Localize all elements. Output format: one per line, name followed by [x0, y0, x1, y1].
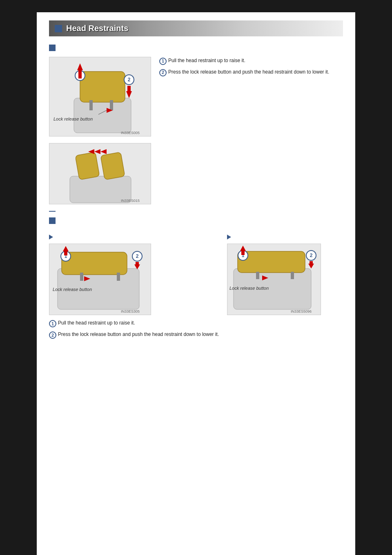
header-icon	[55, 25, 62, 32]
rear-left-col: 1 2 Lock release button	[49, 234, 219, 342]
front-circle2-item: 2 Press the lock release button and push…	[159, 68, 343, 76]
svg-rect-18	[100, 152, 125, 180]
svg-marker-29	[63, 246, 69, 251]
front-circle1-item: 1 Pull the head restraint up to raise it…	[159, 57, 343, 65]
svg-text:2: 2	[310, 253, 313, 258]
svg-marker-20	[94, 149, 100, 154]
rear-left-subsection	[49, 234, 219, 241]
arrow-right-icon-left	[49, 235, 53, 239]
svg-text:2: 2	[136, 253, 139, 259]
svg-text:IN33ES015: IN33ES015	[121, 199, 140, 203]
page-title: Head Restraints	[66, 24, 128, 33]
rear-circle1-num: 1	[49, 320, 56, 327]
tilt-diagram: IN33ES015	[49, 143, 151, 204]
rear-circle1-item: 1 Pull the head restraint up to raise it…	[49, 319, 219, 327]
rear-right-col: 1 2 Lock release button	[227, 234, 321, 342]
svg-rect-30	[64, 251, 67, 255]
svg-rect-1	[80, 72, 125, 102]
svg-rect-26	[117, 273, 120, 281]
front-seat-text: 1 Pull the head restraint up to raise it…	[159, 57, 343, 137]
svg-rect-25	[80, 273, 83, 281]
svg-rect-45	[241, 251, 245, 255]
svg-text:Lock release button: Lock release button	[53, 287, 92, 292]
svg-rect-7	[78, 70, 82, 78]
rear-right-svg: 1 2 Lock release button	[227, 244, 321, 315]
page-container: Head Restraints 1	[37, 12, 355, 555]
rear-seat-section: 1 2 Lock release button	[49, 217, 343, 342]
svg-marker-49	[308, 264, 314, 269]
rear-diagram3: 1 2 Lock release button	[49, 244, 151, 315]
svg-marker-21	[100, 149, 107, 154]
svg-text:IN33ES305: IN33ES305	[121, 309, 140, 313]
svg-text:IN33ES005: IN33ES005	[121, 131, 140, 135]
circle2-num: 2	[159, 69, 167, 76]
svg-rect-40	[256, 272, 259, 279]
tilt-svg: IN33ES015	[49, 143, 151, 204]
svg-text:IN33ES5096: IN33ES5096	[291, 309, 312, 313]
svg-marker-44	[240, 246, 246, 251]
svg-text:Lock release button: Lock release button	[229, 286, 269, 291]
rear-diagram4: 1 2 Lock release button	[227, 244, 321, 315]
rear-left-text: 1 Pull the head restraint up to raise it…	[49, 319, 219, 339]
section1-marker	[49, 45, 56, 51]
svg-rect-41	[291, 272, 294, 279]
svg-text:2: 2	[128, 77, 131, 83]
circle2-text: Press the lock release button and push t…	[168, 68, 329, 76]
section-divider	[49, 211, 56, 212]
arrow-right-icon-right	[227, 235, 231, 239]
header-bar: Head Restraints	[49, 20, 343, 36]
rear-left-svg: 1 2 Lock release button	[49, 244, 151, 315]
circle1-text: Pull the head restraint up to raise it.	[168, 57, 245, 65]
rear-circle2-item: 2 Press the lock release button and push…	[49, 331, 219, 339]
front-seat-section: 1 2 Lock release button IN33ES005	[49, 45, 343, 204]
rear-circle1-text: Pull the head restraint up to raise it.	[58, 319, 135, 327]
svg-rect-0	[74, 98, 131, 133]
svg-rect-2	[89, 100, 93, 110]
tilt-row: IN33ES015	[49, 143, 343, 204]
front-seat-diagram1: 1 2 Lock release button IN33ES005	[49, 57, 151, 137]
rear-circle2-text: Press the lock release button and push t…	[58, 331, 219, 338]
svg-rect-24	[62, 252, 127, 275]
circle1-num: 1	[159, 58, 167, 65]
front-seat-row: 1 2 Lock release button IN33ES005	[49, 57, 343, 137]
svg-rect-3	[110, 100, 113, 110]
svg-text:Lock release button: Lock release button	[53, 116, 93, 121]
svg-marker-11	[126, 91, 132, 98]
section2-marker	[49, 217, 56, 224]
svg-marker-6	[77, 63, 83, 70]
rear-seat-diagrams-row: 1 2 Lock release button	[49, 234, 343, 342]
headrest-svg-1: 1 2 Lock release button IN33ES005	[49, 57, 151, 137]
rear-circle2-num: 2	[49, 331, 56, 339]
rear-right-subsection	[227, 234, 321, 241]
svg-rect-17	[75, 152, 100, 180]
